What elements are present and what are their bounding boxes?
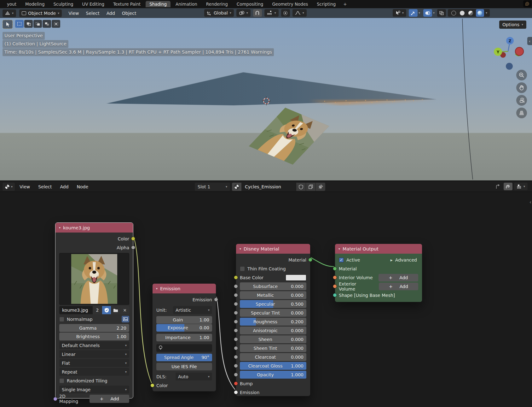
image-icon-button[interactable] [122,316,129,322]
light-plane[interactable] [107,72,436,105]
pivot-point-dropdown[interactable]: ▾ [236,9,251,17]
subsurface-slider[interactable]: Subsurface0.000 [240,282,306,290]
base-color-socket[interactable] [234,275,238,280]
emission-output-socket[interactable] [214,298,218,302]
tab-geometry-nodes[interactable]: Geometry Nodes [268,1,312,7]
normalmap-checkbox[interactable] [59,317,64,322]
input-socket[interactable] [234,346,238,350]
gamma-slider[interactable]: Gamma 2.20 [59,324,129,332]
input-socket[interactable] [234,337,238,341]
specular-tint-slider[interactable]: Specular Tint0.000 [240,309,306,317]
bump-input-socket[interactable] [234,381,238,386]
dog-image-plane[interactable] [249,108,329,165]
node-menu-select[interactable]: Select [35,184,55,189]
unlink-image-button[interactable]: × [120,306,129,314]
menu-view[interactable]: View [65,11,82,16]
mapping-add-button[interactable]: + Add [90,395,129,403]
menu-select[interactable]: Select [83,11,103,16]
fake-user-toggle[interactable] [102,306,111,314]
shading-solid-button[interactable] [459,9,466,17]
image-name-field[interactable]: koume3.jpg [59,306,93,314]
select-extend-tool[interactable] [24,20,33,28]
input-socket[interactable] [234,355,238,359]
selectability-visibility-dropdown[interactable]: ▾ [393,9,406,17]
collapse-node-icon[interactable]: ▾ [240,247,241,251]
node-menu-node[interactable]: Node [73,184,92,189]
anisotropic-slider[interactable]: Anisotropic0.000 [240,327,306,334]
select-subtract-tool[interactable] [33,20,42,28]
menu-add[interactable]: Add [103,11,119,16]
snap-target-dropdown[interactable]: ▾ [264,9,279,17]
select-difference-tool[interactable] [43,20,51,28]
collapse-node-icon[interactable]: ▾ [338,247,340,251]
camera-view-button[interactable] [516,95,527,106]
emission-input-socket[interactable] [234,390,238,394]
pan-button[interactable] [516,82,527,93]
proportional-falloff-dropdown[interactable]: ▾ [292,9,307,17]
node-menu-view[interactable]: View [16,184,33,189]
active-tool-button[interactable] [3,20,13,29]
open-image-button[interactable] [111,306,120,314]
tab-shading[interactable]: Shading [146,1,171,7]
options-dropdown[interactable]: Options ▾ [499,21,526,29]
tab-sculpting[interactable]: Sculpting [50,1,77,7]
exposure-slider[interactable]: Exposure 0.00 [156,324,212,332]
xray-toggle[interactable] [437,9,446,17]
advance-icon[interactable]: ▸ [390,257,393,262]
tab-scripting[interactable]: Scripting [313,1,339,7]
gizmo-x-ball[interactable] [515,47,523,56]
clearcoat-gloss-slider[interactable]: Clearcoat Gloss1.000 [240,362,306,370]
randomized-tiling-checkbox[interactable] [59,378,64,383]
input-socket[interactable] [234,293,238,297]
navigation-gizmo[interactable]: Y Z [489,32,527,73]
users-count-button[interactable]: 2 [93,306,102,314]
sheen-slider[interactable]: Sheen0.000 [240,335,306,343]
snap-toggle-button[interactable] [253,9,262,17]
gain-slider[interactable]: Gain 1.00 [156,316,212,324]
pin-button[interactable] [317,183,325,190]
spread-angle-slider[interactable]: Spread Angle 90° [156,354,212,361]
copy-material-button[interactable] [306,183,315,191]
clearcoat-slider[interactable]: Clearcoat0.000 [240,353,306,361]
show-gizmo-toggle[interactable] [409,9,418,17]
shape-input-socket[interactable] [333,293,337,297]
thin-film-checkbox[interactable] [240,266,245,271]
interior-add-button[interactable]: + Add [379,274,418,281]
object-mode-dropdown[interactable]: Object Mode ▾ [19,9,62,17]
select-box-tool[interactable] [15,20,24,28]
exterior-add-button[interactable]: + Add [379,283,418,290]
source-dropdown[interactable]: Single Image ▾ [59,386,129,393]
collapse-node-icon[interactable]: ▾ [59,226,61,229]
light-selector-field[interactable] [156,344,212,352]
tab-texture-paint[interactable]: Texture Paint [109,1,144,7]
channels-dropdown[interactable]: Default Channels ▾ [59,341,129,349]
3d-viewport[interactable]: Options ▾ User Perspective (1) Collectio… [0,18,532,180]
node-disney-material[interactable]: ▾ Disney Material Material Thin Film Coa… [236,244,310,396]
input-socket[interactable] [234,364,238,368]
active-checkbox[interactable]: ✓ [339,257,344,262]
input-socket[interactable] [234,302,238,306]
tab-rendering[interactable]: Rendering [202,1,232,7]
use-ies-button[interactable]: Use IES File [156,363,212,370]
projection-dropdown[interactable]: Flat ▾ [59,359,129,367]
collapse-node-icon[interactable]: ▾ [156,287,158,290]
node-header[interactable]: ▾ koume3.jpg [55,223,133,233]
specular-slider[interactable]: Specular0.500 [240,300,306,308]
node-material-output[interactable]: ▾ Material Output ✓ Active ▸ Advanced Ma… [335,244,422,302]
add-workspace-button[interactable]: + [341,1,349,7]
shading-wireframe-button[interactable] [450,9,457,17]
material-icon-button[interactable] [232,183,241,191]
node-header[interactable]: ▾ Material Output [335,244,422,254]
menu-object[interactable]: Object [119,11,140,16]
interpolation-dropdown[interactable]: Linear ▾ [59,350,129,358]
shading-material-button[interactable] [467,9,474,17]
tab-uv-editing[interactable]: UV Editing [78,1,108,7]
editor-type-shader-button[interactable]: ▾ [3,183,15,191]
input-socket[interactable] [234,320,238,324]
node-header[interactable]: ▾ Emission [153,284,216,293]
opacity-slider[interactable]: Opacity1.000 [240,371,306,379]
select-intersect-tool[interactable] [52,20,60,28]
shading-rendered-button[interactable] [476,9,484,17]
gizmo-neg-z-ball[interactable] [506,63,513,70]
roughness-slider[interactable]: Roughness0.200 [240,318,306,326]
